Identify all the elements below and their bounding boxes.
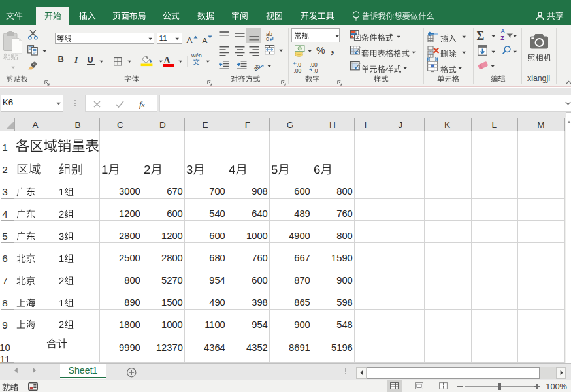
svg-text:.00: .00 [293,67,301,74]
svg-text:c: c [266,35,269,42]
svg-text:.0: .0 [297,61,301,68]
svg-text:.00: .00 [310,61,318,68]
svg-text:.0: .0 [313,67,318,74]
